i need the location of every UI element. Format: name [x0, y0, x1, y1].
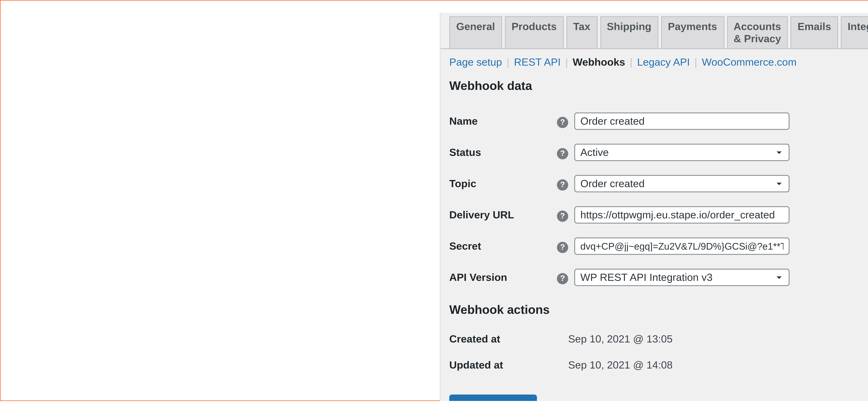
label-topic: Topic — [449, 174, 552, 193]
heading-webhook-data: Webhook data — [449, 79, 868, 93]
value-updated-at: Sep 10, 2021 @ 14:08 — [567, 358, 868, 372]
tab-label: General — [456, 21, 495, 33]
save-webhook-button[interactable]: Save webhook — [449, 395, 537, 401]
topic-select[interactable]: Order created — [574, 175, 789, 192]
tab-tax[interactable]: Tax — [566, 16, 597, 48]
tab-label: Tax — [573, 21, 590, 33]
subnav-rest-api[interactable]: REST API — [514, 56, 561, 68]
delete-permanently-button[interactable]: Delete permanently — [545, 395, 649, 401]
tab-label: Shipping — [607, 21, 652, 33]
tab-label: Emails — [798, 21, 831, 33]
subnav-page-setup[interactable]: Page setup — [449, 56, 502, 68]
help-icon[interactable]: ? — [557, 179, 568, 190]
settings-panel: General Products Tax Shipping Payments A… — [440, 13, 868, 401]
row-secret: Secret ? — [449, 237, 868, 256]
actions-table: Created at Sep 10, 2021 @ 13:05 Updated … — [449, 320, 868, 384]
tab-accounts-privacy[interactable]: Accounts & Privacy — [727, 16, 788, 48]
help-icon[interactable]: ? — [557, 273, 568, 284]
tab-general[interactable]: General — [449, 16, 502, 48]
tab-label: Payments — [668, 21, 717, 33]
name-input[interactable] — [574, 113, 789, 130]
tab-label: Integration — [848, 21, 868, 33]
separator: | — [506, 56, 509, 68]
separator: | — [565, 56, 568, 68]
row-updated-at: Updated at Sep 10, 2021 @ 14:08 — [449, 358, 868, 372]
tab-integration[interactable]: Integration — [841, 16, 868, 48]
row-status: Status ? Active — [449, 143, 868, 162]
help-icon[interactable]: ? — [557, 148, 568, 159]
form-table: Name ? Status ? Active Topic ? Order cre… — [449, 99, 868, 299]
label-status: Status — [449, 143, 552, 162]
label-created-at: Created at — [449, 332, 567, 346]
app-frame: General Products Tax Shipping Payments A… — [0, 0, 868, 401]
delivery-url-input[interactable] — [574, 206, 789, 223]
heading-webhook-actions: Webhook actions — [449, 303, 868, 316]
subnav-webhooks: Webhooks — [573, 56, 625, 68]
row-delivery-url: Delivery URL ? — [449, 205, 868, 224]
label-name: Name — [449, 112, 552, 131]
row-topic: Topic ? Order created — [449, 174, 868, 193]
tab-label: Products — [512, 21, 557, 33]
separator: | — [630, 56, 632, 68]
label-api-version: API Version — [449, 268, 552, 287]
label-secret: Secret — [449, 237, 552, 256]
actions-row: Save webhook Delete permanently — [449, 395, 868, 401]
tab-payments[interactable]: Payments — [661, 16, 724, 48]
tab-products[interactable]: Products — [505, 16, 564, 48]
row-created-at: Created at Sep 10, 2021 @ 13:05 — [449, 332, 868, 346]
tab-emails[interactable]: Emails — [790, 16, 838, 48]
subnav: Page setup | REST API | Webhooks | Legac… — [441, 49, 868, 68]
row-name: Name ? — [449, 112, 868, 131]
help-icon[interactable]: ? — [557, 117, 568, 128]
status-select[interactable]: Active — [574, 144, 789, 161]
help-icon[interactable]: ? — [557, 210, 568, 222]
subnav-legacy-api[interactable]: Legacy API — [637, 56, 690, 68]
tabs-row: General Products Tax Shipping Payments A… — [441, 13, 868, 49]
value-created-at: Sep 10, 2021 @ 13:05 — [567, 332, 868, 346]
row-api-version: API Version ? WP REST API Integration v3 — [449, 268, 868, 287]
tab-label: Accounts & Privacy — [734, 21, 781, 45]
label-updated-at: Updated at — [449, 358, 567, 372]
help-icon[interactable]: ? — [557, 242, 568, 253]
separator: | — [694, 56, 697, 68]
subnav-woocommerce[interactable]: WooCommerce.com — [702, 56, 797, 68]
label-delivery-url: Delivery URL — [449, 205, 552, 224]
api-version-select[interactable]: WP REST API Integration v3 — [574, 269, 789, 286]
secret-input[interactable] — [574, 238, 789, 255]
tab-shipping[interactable]: Shipping — [600, 16, 658, 48]
